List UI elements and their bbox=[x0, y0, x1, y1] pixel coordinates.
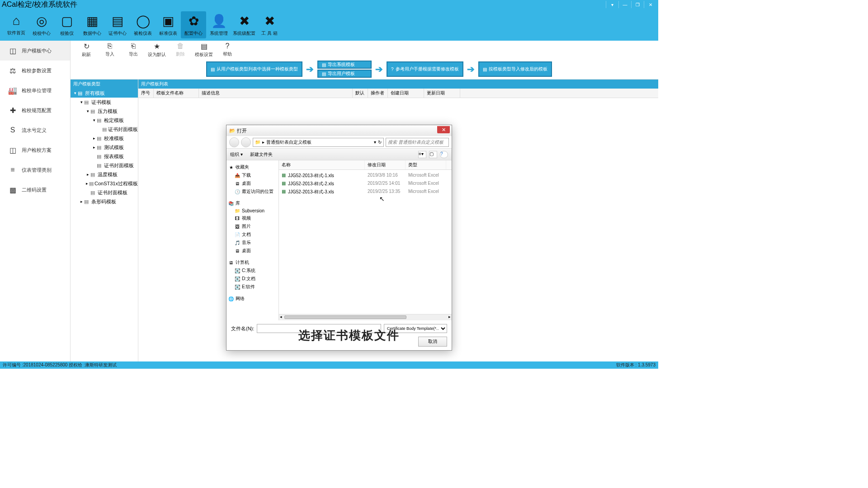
file-row-1[interactable]: ▦JJG52-2013-样式-2.xls2019/2/25 14:01Micro… bbox=[279, 180, 452, 188]
flow-step-4[interactable]: ▤按模板类型导入修改后的模板 bbox=[478, 61, 552, 77]
main-tool-10[interactable]: ✖工 具 箱 bbox=[257, 11, 282, 38]
side-item-2-0[interactable]: 💽C:系统 bbox=[228, 267, 277, 275]
item-icon: 💽 bbox=[235, 285, 240, 290]
flow-step-2a[interactable]: ▤导出系统模板 bbox=[317, 61, 372, 69]
side-item-0-0[interactable]: 📥下载 bbox=[228, 171, 277, 179]
list-col-1[interactable]: 模板文件名称 bbox=[154, 89, 199, 98]
side-item-1-5[interactable]: 🖥桌面 bbox=[228, 247, 277, 255]
tree-root[interactable]: ▾▤所有模板 bbox=[71, 89, 138, 98]
file-col-0[interactable]: 名称 bbox=[279, 160, 365, 169]
list-col-3[interactable]: 默认 bbox=[353, 89, 368, 98]
list-col-5[interactable]: 创建日期 bbox=[388, 89, 424, 98]
main-tool-5[interactable]: ◯被检仪表 bbox=[130, 11, 156, 38]
sidebar-item-7[interactable]: ▩二维码设置 bbox=[0, 180, 70, 200]
sidebar-item-0[interactable]: ◫用户模板中心 bbox=[0, 41, 70, 61]
side-item-2-2[interactable]: 💽E:软件 bbox=[228, 283, 277, 291]
filename-input[interactable] bbox=[257, 324, 381, 333]
side-group-2[interactable]: 🖥计算机 bbox=[228, 258, 277, 267]
sub-tool-0[interactable]: ↻刷新 bbox=[75, 42, 98, 58]
list-col-2[interactable]: 描述信息 bbox=[199, 89, 353, 98]
file-col-2[interactable]: 类型 bbox=[406, 160, 446, 169]
path-bar[interactable]: 📁 ▸ 普通指针表自定义模板 ▾ ↻ bbox=[253, 138, 384, 147]
tool-icon: 🗑 bbox=[177, 42, 184, 50]
dialog-close-btn[interactable]: ✕ bbox=[437, 126, 450, 133]
main-tool-2[interactable]: ▢校验仪 bbox=[54, 11, 80, 38]
main-tool-4[interactable]: ▤证书中心 bbox=[105, 11, 130, 38]
sidebar-item-6[interactable]: ≡仪表管理类别 bbox=[0, 160, 70, 180]
nav-back-btn[interactable] bbox=[229, 137, 239, 147]
main-tool-0[interactable]: ⌂软件首页 bbox=[4, 11, 29, 38]
tree-item-3[interactable]: ▤证书封面模板 bbox=[71, 125, 138, 134]
sidebar-item-3[interactable]: ✚检校规范配置 bbox=[0, 100, 70, 120]
sub-tool-3[interactable]: ★设为默认 bbox=[146, 42, 168, 58]
main-tool-9[interactable]: ✖系统级配置 bbox=[231, 11, 257, 38]
nav-forward-btn[interactable] bbox=[241, 137, 251, 147]
maximize-btn[interactable]: ❐ bbox=[631, 1, 644, 8]
main-tool-1[interactable]: ◎校校中心 bbox=[29, 11, 54, 38]
sidebar-item-4[interactable]: S流水号定义 bbox=[0, 120, 70, 140]
tree-item-7[interactable]: ▤证书封面模板 bbox=[71, 161, 138, 170]
sidebar-icon: ◫ bbox=[8, 47, 17, 55]
side-item-1-2[interactable]: 🖼图片 bbox=[228, 222, 277, 230]
side-group-0[interactable]: ★收藏夹 bbox=[228, 163, 277, 171]
close-btn[interactable]: ✕ bbox=[644, 1, 656, 8]
horizontal-scrollbar[interactable]: ◂ ▸ bbox=[279, 314, 452, 320]
sub-tool-2[interactable]: ⎗导出 bbox=[122, 42, 145, 57]
tree-item-9[interactable]: ▸▤ConST31x过程模板 bbox=[71, 179, 138, 188]
dialog-title: 打开 bbox=[237, 127, 247, 134]
side-item-1-1[interactable]: 🎞视频 bbox=[228, 214, 277, 222]
organize-menu[interactable]: 组织 ▾ bbox=[230, 151, 243, 158]
help-btn[interactable]: ? bbox=[440, 151, 448, 158]
main-tool-6[interactable]: ▣标准仪表 bbox=[156, 11, 181, 38]
side-item-1-4[interactable]: 🎵音乐 bbox=[228, 239, 277, 247]
view-mode-btn[interactable]: ≡▾ bbox=[418, 151, 426, 158]
tool-label: 删除 bbox=[176, 51, 185, 57]
side-item-0-2[interactable]: 🕓最近访问的位置 bbox=[228, 188, 277, 196]
side-item-2-1[interactable]: 💽D:文档 bbox=[228, 275, 277, 283]
minimize-btn[interactable]: — bbox=[618, 1, 631, 8]
tree-item-6[interactable]: ▤报表模板 bbox=[71, 152, 138, 161]
main-tool-8[interactable]: 👤系统管理 bbox=[206, 11, 231, 38]
flow-step-2b[interactable]: ▤导出用户模板 bbox=[317, 70, 372, 78]
file-rows: ▦JJG52-2013-样式-1.xls2019/3/8 10:16Micros… bbox=[279, 170, 452, 314]
sub-tool-5[interactable]: ▤模板设置 bbox=[193, 42, 215, 58]
file-row-2[interactable]: ▦JJG52-2013-样式-3.xls2019/2/25 13:35Micro… bbox=[279, 188, 452, 196]
tree-item-2[interactable]: ▾▤检定模板 bbox=[71, 116, 138, 125]
main-tool-3[interactable]: ▦数据中心 bbox=[80, 11, 105, 38]
main-tool-7[interactable]: ✿配置中心 bbox=[181, 11, 206, 38]
sidebar-item-5[interactable]: ◫用户检校方案 bbox=[0, 140, 70, 160]
side-item-0-1[interactable]: 🖥桌面 bbox=[228, 179, 277, 188]
side-item-1-3[interactable]: 📄文档 bbox=[228, 230, 277, 239]
tree-item-5[interactable]: ▸▤测试模板 bbox=[71, 143, 138, 152]
sidebar-item-1[interactable]: ⚖检校参数设置 bbox=[0, 61, 70, 80]
tree-item-4[interactable]: ▸▤校准模板 bbox=[71, 134, 138, 143]
list-col-6[interactable]: 更新日期 bbox=[424, 89, 460, 98]
side-item-1-0[interactable]: 📁Subversion bbox=[228, 207, 277, 214]
tree-item-1[interactable]: ▾▤压力模板 bbox=[71, 107, 138, 116]
sub-tool-1[interactable]: ⎘导入 bbox=[99, 42, 121, 57]
sidebar-item-2[interactable]: 🏭检校单位管理 bbox=[0, 80, 70, 100]
tree-item-8[interactable]: ▸▤温度模板 bbox=[71, 170, 138, 179]
file-col-1[interactable]: 修改日期 bbox=[365, 160, 406, 169]
flow-step-3[interactable]: ?参考用户手册根据需要修改模板 bbox=[387, 61, 463, 77]
file-row-0[interactable]: ▦JJG52-2013-样式-1.xls2019/3/8 10:16Micros… bbox=[279, 172, 452, 180]
sidebar-label: 用户模板中心 bbox=[22, 47, 52, 54]
scroll-thumb[interactable] bbox=[284, 315, 406, 319]
sub-tool-6[interactable]: ?帮助 bbox=[216, 42, 239, 57]
tree-item-10[interactable]: ▤证书封面模板 bbox=[71, 188, 138, 197]
new-folder-btn[interactable]: 新建文件夹 bbox=[250, 151, 273, 158]
side-group-3[interactable]: 🌐网络 bbox=[228, 295, 277, 303]
flow-step-1[interactable]: ▤从用户模板类型列表中选择一种模板类型 bbox=[206, 61, 302, 77]
list-col-0[interactable]: 序号 bbox=[138, 89, 154, 98]
group-icon: 🖥 bbox=[228, 260, 234, 265]
side-group-1[interactable]: 📚库 bbox=[228, 199, 277, 207]
item-icon: 🎵 bbox=[235, 240, 240, 245]
tree-item-0[interactable]: ▾▤证书模板 bbox=[71, 98, 138, 107]
preview-btn[interactable]: ▢ bbox=[429, 151, 437, 158]
tree-item-11[interactable]: ▸▤条形码模板 bbox=[71, 197, 138, 206]
list-col-4[interactable]: 操作者 bbox=[368, 89, 388, 98]
search-input[interactable] bbox=[386, 138, 449, 147]
dropdown-btn[interactable]: ▾ bbox=[606, 1, 618, 8]
cancel-button[interactable]: 取消 bbox=[418, 337, 447, 347]
filetype-combo[interactable]: Certificate Body Template(*.… bbox=[384, 324, 447, 333]
